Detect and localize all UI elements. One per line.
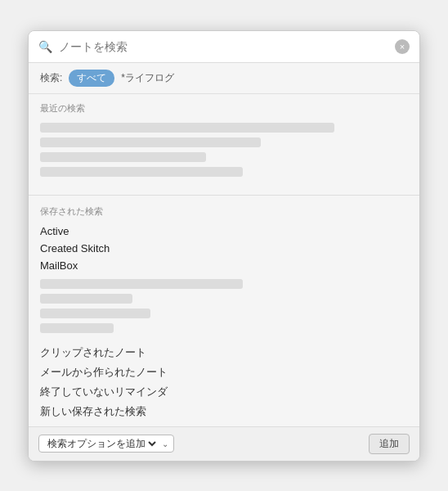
saved-item-active[interactable]: Active [40, 223, 408, 240]
divider [29, 195, 419, 196]
recent-item[interactable] [40, 137, 261, 147]
action-mail-notes[interactable]: メールから作られたノート [40, 363, 408, 382]
more-blurred-rows [29, 274, 419, 340]
clear-icon: × [400, 42, 405, 52]
chevron-down-icon: ⌄ [162, 439, 168, 448]
add-button[interactable]: 追加 [369, 434, 410, 454]
search-bar: 🔍 × [29, 31, 419, 63]
saved-item-created-skitch[interactable]: Created Skitch [40, 240, 408, 257]
filter-tag-all[interactable]: すべて [69, 70, 114, 87]
blurred-item[interactable] [40, 294, 132, 304]
blurred-item[interactable] [40, 323, 114, 333]
filter-tag-lifelog[interactable]: *ライフログ [121, 71, 174, 85]
footer-select-wrap[interactable]: 検索オプションを追加 ⌄ [38, 435, 174, 453]
search-icon: 🔍 [38, 40, 52, 53]
recent-list [29, 123, 419, 190]
action-new-saved-search[interactable]: 新しい保存された検索 [40, 402, 408, 421]
action-unfinished-reminder[interactable]: 終了していないリマインダ [40, 382, 408, 402]
recent-section-header: 最近の検索 [29, 94, 419, 123]
action-clipped-notes[interactable]: クリップされたノート [40, 343, 408, 363]
search-input[interactable] [59, 40, 388, 53]
search-dialog: 🔍 × 検索: すべて *ライフログ 最近の検索 保存された検索 Active … [28, 30, 420, 462]
blurred-item[interactable] [40, 309, 150, 318]
recent-item[interactable] [40, 123, 334, 133]
filter-label: 検索: [40, 71, 62, 85]
filter-bar: 検索: すべて *ライフログ [29, 63, 419, 94]
recent-item[interactable] [40, 152, 206, 162]
recent-title: 最近の検索 [40, 102, 408, 115]
saved-section: 保存された検索 Active Created Skitch MailBox [29, 200, 419, 274]
actions-list: クリップされたノート メールから作られたノート 終了していないリマインダ 新しい… [29, 340, 419, 426]
saved-title: 保存された検索 [40, 205, 408, 218]
search-options-select[interactable]: 検索オプションを追加 [44, 437, 159, 450]
blurred-item[interactable] [40, 279, 243, 289]
recent-item[interactable] [40, 167, 243, 177]
saved-item-mailbox[interactable]: MailBox [40, 257, 408, 274]
clear-button[interactable]: × [395, 39, 410, 54]
footer: 検索オプションを追加 ⌄ 追加 [29, 426, 419, 461]
